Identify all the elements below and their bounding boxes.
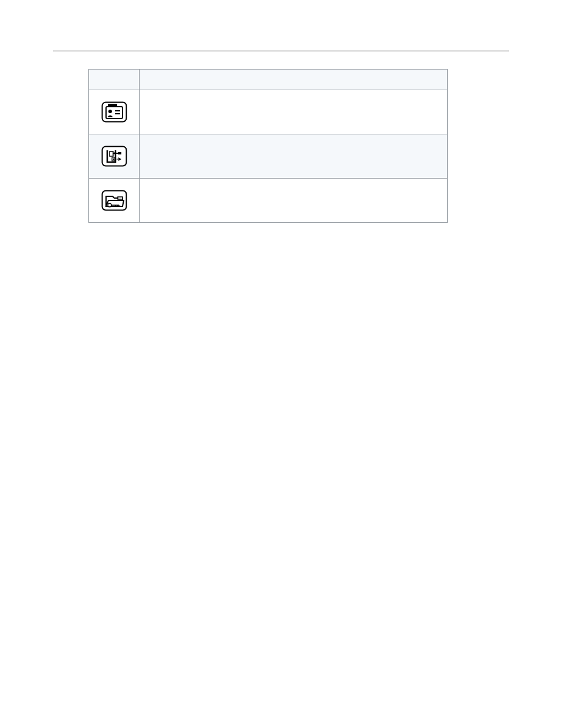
door-transfer-icon: [101, 146, 127, 167]
table-header-icon: [89, 70, 140, 90]
svg-rect-17: [118, 197, 123, 199]
table-row: [89, 90, 448, 134]
table-row: [89, 179, 448, 223]
document-page: { "table": { "headers": { "icon": "", "d…: [0, 0, 562, 728]
header-divider: [53, 51, 509, 51]
svg-rect-14: [112, 157, 115, 161]
svg-rect-7: [110, 151, 113, 156]
icon-cell: [89, 134, 139, 178]
description-cell: [140, 179, 447, 222]
folder-key-icon: [101, 190, 127, 211]
table-header-description: [140, 70, 448, 90]
svg-rect-2: [109, 105, 116, 107]
description-cell: [140, 134, 447, 178]
icon-cell: [89, 90, 139, 134]
id-card-icon: [101, 101, 127, 123]
description-cell: [140, 90, 447, 134]
table-row: [89, 134, 448, 179]
table-header-row: [89, 70, 448, 90]
icon-description-table: [88, 69, 448, 223]
svg-rect-6: [102, 147, 126, 166]
svg-point-3: [108, 110, 112, 113]
icon-cell: [89, 179, 139, 222]
